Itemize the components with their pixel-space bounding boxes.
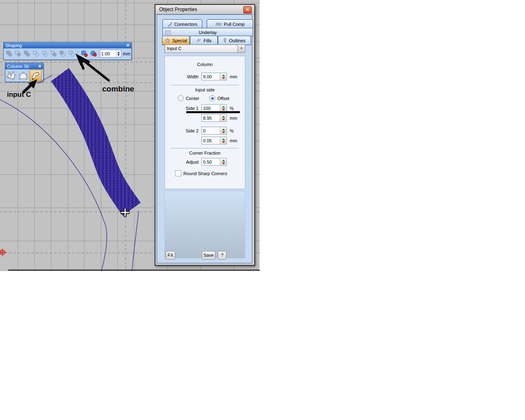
- side2-mm-control: [201, 137, 227, 144]
- offset-radio[interactable]: [209, 95, 215, 101]
- combine-annotation: combine: [102, 84, 134, 94]
- outlines-icon: [223, 38, 227, 43]
- input-a-button[interactable]: [6, 70, 17, 81]
- side2-pct-input[interactable]: [202, 127, 220, 134]
- round-sharp-corners-label: Round Sharp Corners: [183, 171, 227, 176]
- tab-outlines[interactable]: Outlines: [218, 36, 251, 45]
- offset-objects-icon[interactable]: [90, 50, 97, 57]
- side1-label: Side 1: [165, 106, 201, 111]
- screen: { "annotations": { "input_c": "input C",…: [0, 0, 525, 420]
- adjust-input[interactable]: [202, 158, 220, 165]
- stepper-down-icon: [222, 162, 225, 164]
- offset-radio-label: Offset: [217, 96, 229, 101]
- side2-mm-input[interactable]: [202, 137, 220, 144]
- side1-mm-stepper[interactable]: [220, 114, 226, 121]
- stepper-up-icon: [222, 138, 225, 140]
- stepper-down-icon: [222, 131, 225, 133]
- side1-mm-input[interactable]: [202, 114, 220, 121]
- back-minus-front-icon[interactable]: [50, 50, 57, 57]
- pull-comp-icon: [215, 22, 222, 26]
- underlay-icon: [165, 30, 171, 35]
- center-radio-group[interactable]: Center: [178, 95, 199, 101]
- side1-mm-control: [201, 114, 227, 122]
- offset-distance-input[interactable]: [100, 50, 116, 57]
- tab-connectors[interactable]: Connectors: [162, 19, 202, 29]
- save-button[interactable]: Save: [202, 251, 215, 260]
- tab-fills-label: Fills: [203, 38, 212, 43]
- dialog-close-button[interactable]: ✕: [243, 6, 252, 14]
- corner-fraction-heading: Corner Fraction: [165, 151, 245, 155]
- dialog-body: Connectors Pull Comp Underlay Special Fi…: [157, 14, 252, 263]
- boundary-icon[interactable]: [59, 50, 66, 57]
- stepper-down-icon: [117, 54, 120, 56]
- side2-pct-stepper[interactable]: [220, 127, 226, 134]
- connectors-icon: [167, 22, 172, 27]
- width-control: [201, 73, 227, 80]
- shaping-toolbar-title: Shaping: [5, 43, 22, 48]
- tab-special[interactable]: Special: [162, 36, 190, 45]
- tab-special-label: Special: [172, 38, 187, 43]
- input-side-heading: Input side: [165, 87, 245, 92]
- stepper-up-icon: [222, 160, 225, 162]
- toolbar-separator: [78, 50, 78, 57]
- side1-mm-unit: mm: [230, 116, 237, 121]
- tab-underlay-label: Underlay: [199, 30, 217, 35]
- tab-pull-comp-label: Pull Comp: [224, 22, 245, 27]
- input-c-icon: [31, 71, 40, 80]
- trim-icon[interactable]: [14, 50, 21, 57]
- column-toolbar-titlebar[interactable]: Column Sh ✕: [5, 63, 43, 69]
- input-a-icon: [7, 71, 16, 80]
- front-minus-back-icon[interactable]: [41, 50, 48, 57]
- simplify-icon[interactable]: [32, 50, 39, 57]
- adjust-label: Adjust: [165, 160, 201, 164]
- special-star-icon: [165, 38, 170, 43]
- object-type-dropdown[interactable]: Input C: [164, 44, 240, 53]
- object-properties-dialog: Object Properties ✕ Connectors Pull Comp…: [155, 4, 255, 266]
- center-radio[interactable]: [178, 95, 184, 101]
- tab-underlay[interactable]: Underlay: [162, 28, 253, 37]
- input-b-button[interactable]: [18, 70, 29, 81]
- column-shape-toolbar: Column Sh ✕: [5, 63, 43, 82]
- combine-icon[interactable]: [68, 50, 75, 57]
- weld-icon[interactable]: [6, 50, 13, 57]
- width-unit: mm: [230, 74, 237, 79]
- input-b-icon: [18, 71, 28, 80]
- special-properties-panel: Column Width mm Input side Center Offs: [164, 56, 245, 189]
- side2-mm-stepper[interactable]: [220, 137, 226, 144]
- adjust-stepper[interactable]: [220, 158, 226, 165]
- side1-annotation-line: [186, 111, 240, 113]
- fuse-objects-icon[interactable]: [81, 50, 88, 57]
- stepper-down-icon: [222, 119, 225, 121]
- offset-distance-stepper[interactable]: [116, 50, 121, 57]
- fx-button[interactable]: FX: [166, 251, 175, 260]
- round-sharp-corners-checkbox[interactable]: [175, 170, 181, 176]
- help-button[interactable]: ?: [218, 251, 226, 260]
- separator: [171, 148, 239, 148]
- stepper-up-icon: [117, 52, 120, 53]
- offset-distance-control: [100, 50, 121, 57]
- dialog-title: Object Properties: [155, 7, 197, 12]
- stepper-down-icon: [222, 109, 225, 111]
- side2-pct-control: [201, 127, 227, 135]
- tab-fills[interactable]: Fills: [190, 36, 218, 45]
- intersect-icon[interactable]: [23, 50, 30, 57]
- side1-pct-unit: %: [230, 106, 234, 111]
- width-stepper[interactable]: [220, 73, 226, 80]
- stepper-up-icon: [222, 116, 225, 118]
- stepper-up-icon: [222, 74, 225, 76]
- dialog-titlebar[interactable]: Object Properties: [155, 5, 254, 14]
- side1-pct-input[interactable]: [202, 105, 220, 112]
- offset-radio-group[interactable]: Offset: [209, 95, 229, 101]
- width-input[interactable]: [202, 73, 220, 80]
- center-radio-label: Center: [186, 96, 199, 101]
- dropdown-arrow-icon[interactable]: ▼: [237, 44, 245, 53]
- side1-pct-stepper[interactable]: [220, 105, 226, 112]
- side2-mm-unit: mm: [230, 138, 237, 143]
- tab-pull-comp[interactable]: Pull Comp: [207, 19, 253, 29]
- shaping-close-icon[interactable]: ✕: [126, 43, 130, 48]
- column-close-icon[interactable]: ✕: [38, 64, 41, 69]
- shaping-toolbar: Shaping ✕ mm: [3, 42, 132, 60]
- separator: [171, 85, 239, 85]
- input-c-button[interactable]: [30, 70, 41, 81]
- shaping-toolbar-titlebar[interactable]: Shaping ✕: [4, 43, 131, 48]
